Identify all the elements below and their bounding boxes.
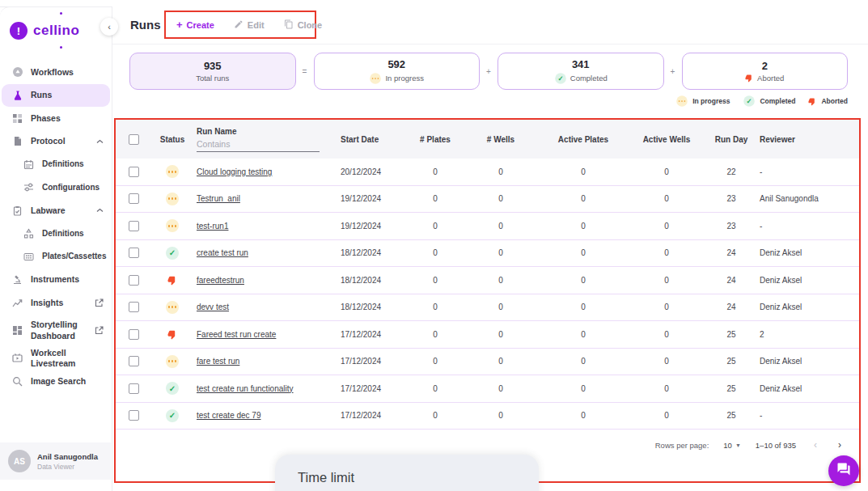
chat-fab-button[interactable] bbox=[828, 455, 859, 486]
status-cell bbox=[151, 329, 193, 340]
phases-icon bbox=[11, 112, 23, 125]
row-checkbox[interactable] bbox=[129, 193, 139, 204]
status-cell: ✓ bbox=[151, 247, 193, 260]
row-checkbox[interactable] bbox=[129, 275, 139, 286]
edit-pencil-icon bbox=[234, 19, 243, 31]
table-row: Fareed test run create17/12/20240000252 bbox=[116, 321, 859, 349]
next-page-button[interactable]: › bbox=[835, 439, 845, 451]
run-name-link[interactable]: Testrun_anil bbox=[197, 194, 240, 203]
sidebar-item-workcell-livestream[interactable]: Workcell Livestream bbox=[0, 347, 112, 370]
table-row: ✓test create run functionality17/12/2024… bbox=[116, 375, 859, 403]
rows-per-page-select[interactable]: 10 ▼ bbox=[723, 441, 741, 450]
active-wells-cell: 0 bbox=[627, 384, 706, 393]
run-name-link[interactable]: create test run bbox=[197, 248, 248, 257]
reviewer-cell: Deniz Aksel bbox=[756, 303, 859, 311]
active-plates-cell: 0 bbox=[540, 357, 627, 366]
caret-down-icon: ▼ bbox=[735, 442, 741, 448]
sidebar-item-protocol-definitions[interactable]: Definitions bbox=[0, 153, 112, 176]
labware-clipboard-icon bbox=[11, 205, 23, 217]
active-wells-cell: 0 bbox=[627, 303, 706, 311]
plates-grid-icon bbox=[23, 251, 35, 263]
run-name-link[interactable]: Cloud logging testing bbox=[197, 167, 272, 176]
row-checkbox[interactable] bbox=[129, 167, 139, 177]
row-checkbox[interactable] bbox=[129, 356, 139, 366]
select-all-checkbox[interactable] bbox=[129, 134, 139, 145]
user-profile[interactable]: AS Anil Sanugondla Data Viewer bbox=[0, 442, 111, 480]
edit-button[interactable]: Edit bbox=[234, 19, 265, 31]
active-plates-cell: 0 bbox=[540, 194, 627, 203]
run-name-link[interactable]: fareedtestrun bbox=[197, 276, 244, 285]
sidebar-item-storytelling-dashboard[interactable]: Storytelling Dashboard bbox=[0, 315, 112, 347]
start-date-cell: 20/12/2024 bbox=[337, 167, 409, 176]
run-day-cell: 24 bbox=[706, 276, 756, 285]
completed-check-icon: ✓ bbox=[166, 382, 179, 395]
column-header-run-name: Run Name bbox=[197, 127, 236, 136]
run-name-link[interactable]: test create dec 79 bbox=[197, 411, 261, 420]
row-checkbox[interactable] bbox=[129, 221, 139, 231]
definitions-hierarchy-icon bbox=[23, 227, 35, 239]
start-date-cell: 19/12/2024 bbox=[337, 194, 409, 203]
page-header: Runs + Create Edit Clone bbox=[112, 6, 868, 44]
status-cell bbox=[151, 165, 193, 178]
plates-cell: 0 bbox=[409, 330, 462, 339]
run-name-filter-input[interactable] bbox=[197, 138, 320, 152]
sidebar-item-labware[interactable]: Labware bbox=[0, 199, 112, 222]
stat-card-aborted: 2 Aborted bbox=[682, 53, 849, 90]
completed-check-icon: ✓ bbox=[166, 409, 179, 422]
reviewer-cell: Deniz Aksel bbox=[756, 248, 859, 257]
active-plates-cell: 0 bbox=[540, 276, 627, 285]
plates-cell: 0 bbox=[409, 248, 462, 257]
status-cell: ✓ bbox=[151, 382, 193, 395]
sidebar-item-workflows[interactable]: Workflows bbox=[0, 61, 112, 84]
sidebar-item-runs[interactable]: Runs bbox=[2, 84, 110, 108]
sidebar-item-insights[interactable]: Insights bbox=[0, 291, 112, 315]
column-header-reviewer: Reviewer bbox=[756, 135, 859, 144]
completed-check-icon: ✓ bbox=[166, 247, 179, 260]
status-cell: ✓ bbox=[151, 409, 193, 422]
active-wells-cell: 0 bbox=[627, 357, 706, 366]
external-link-icon bbox=[95, 326, 104, 335]
plates-cell: 0 bbox=[409, 303, 462, 311]
sidebar-item-instruments[interactable]: Instruments bbox=[0, 269, 112, 292]
start-date-cell: 18/12/2024 bbox=[337, 248, 409, 257]
sidebar-collapse-button[interactable]: ‹ bbox=[100, 18, 118, 36]
livestream-tv-icon bbox=[11, 352, 23, 364]
chat-bubble-icon bbox=[836, 462, 851, 480]
active-wells-cell: 0 bbox=[627, 411, 706, 420]
row-checkbox[interactable] bbox=[129, 383, 139, 394]
plus-operator: + bbox=[664, 67, 682, 76]
run-name-link[interactable]: test create run functionality bbox=[197, 384, 294, 393]
sidebar-item-phases[interactable]: Phases bbox=[0, 107, 112, 130]
workflows-icon bbox=[11, 66, 23, 78]
sidebar-item-labware-definitions[interactable]: Definitions bbox=[0, 222, 112, 246]
sidebar-item-image-search[interactable]: Image Search bbox=[0, 370, 112, 393]
configurations-tune-icon bbox=[23, 181, 35, 193]
column-header-active-plates: Active Plates bbox=[540, 135, 627, 144]
table-row: devv test18/12/2024000024Deniz Aksel bbox=[116, 294, 859, 322]
cellino-logo-icon: ! bbox=[10, 22, 28, 40]
start-date-cell: 18/12/2024 bbox=[337, 303, 409, 311]
create-button[interactable]: + Create bbox=[176, 19, 214, 31]
active-wells-cell: 0 bbox=[627, 222, 706, 231]
sidebar-item-protocol[interactable]: Protocol bbox=[0, 130, 112, 154]
run-name-link[interactable]: test-run1 bbox=[197, 222, 228, 231]
row-checkbox[interactable] bbox=[129, 302, 139, 312]
sidebar-item-configurations[interactable]: Configurations bbox=[0, 176, 112, 200]
stats-row: 935 Total runs = 592 In progress + 341 ✓… bbox=[129, 52, 848, 91]
row-checkbox[interactable] bbox=[129, 329, 139, 340]
active-plates-cell: 0 bbox=[540, 167, 627, 176]
clone-button[interactable]: Clone bbox=[284, 19, 323, 31]
row-checkbox[interactable] bbox=[129, 248, 139, 258]
app-window: ! cellino ‹ Workflows Runs bbox=[0, 0, 868, 491]
equals-operator: = bbox=[296, 67, 314, 76]
column-header-plates: # Plates bbox=[409, 135, 462, 144]
pagination-range: 1–10 of 935 bbox=[756, 441, 796, 450]
run-name-link[interactable]: Fareed test run create bbox=[197, 330, 276, 339]
run-name-link[interactable]: devv test bbox=[197, 303, 229, 311]
previous-page-button[interactable]: ‹ bbox=[811, 439, 820, 451]
reviewer-cell: Deniz Aksel bbox=[756, 357, 859, 366]
in-progress-icon bbox=[166, 219, 179, 232]
row-checkbox[interactable] bbox=[129, 410, 139, 421]
sidebar-item-plates-cassettes[interactable]: Plates/Cassettes bbox=[0, 245, 112, 269]
run-name-link[interactable]: fare test run bbox=[197, 357, 239, 366]
